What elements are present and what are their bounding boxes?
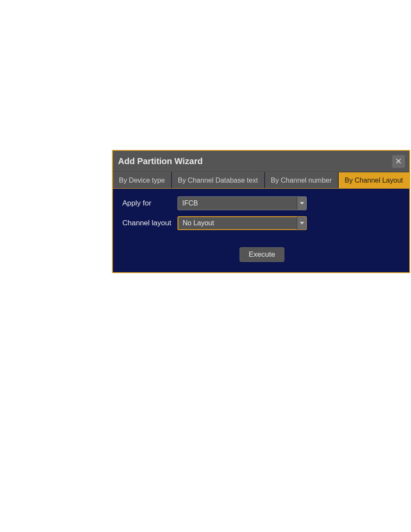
dialog-title: Add Partition Wizard (118, 156, 202, 166)
apply-for-dropdown-button[interactable] (297, 197, 306, 210)
chevron-down-icon (300, 202, 304, 205)
tab-by-channel-layout[interactable]: By Channel Layout (339, 172, 409, 188)
title-bar: Add Partition Wizard (113, 151, 409, 172)
apply-for-row: Apply for IFCB (122, 196, 402, 210)
add-partition-wizard-dialog: Add Partition Wizard By Device type By C… (112, 150, 410, 273)
close-button[interactable] (392, 155, 405, 168)
execute-button[interactable]: Execute (240, 247, 284, 262)
channel-layout-row: Channel layout No Layout (122, 216, 402, 230)
button-row: Execute (122, 247, 402, 262)
apply-for-label: Apply for (122, 199, 177, 208)
channel-layout-dropdown[interactable]: No Layout (177, 216, 307, 230)
apply-for-value: IFCB (182, 199, 302, 207)
apply-for-dropdown[interactable]: IFCB (177, 196, 307, 210)
tab-by-device-type[interactable]: By Device type (113, 172, 171, 188)
tab-by-channel-database-text[interactable]: By Channel Database text (172, 172, 265, 188)
channel-layout-value: No Layout (183, 219, 302, 227)
channel-layout-label: Channel layout (122, 219, 177, 227)
tab-by-channel-number[interactable]: By Channel number (265, 172, 338, 188)
dialog-content: Apply for IFCB Channel layout No Layout … (113, 189, 409, 272)
chevron-down-icon (300, 222, 304, 224)
close-icon (395, 158, 402, 165)
channel-layout-dropdown-button[interactable] (297, 217, 306, 230)
tab-bar: By Device type By Channel Database text … (113, 172, 409, 189)
